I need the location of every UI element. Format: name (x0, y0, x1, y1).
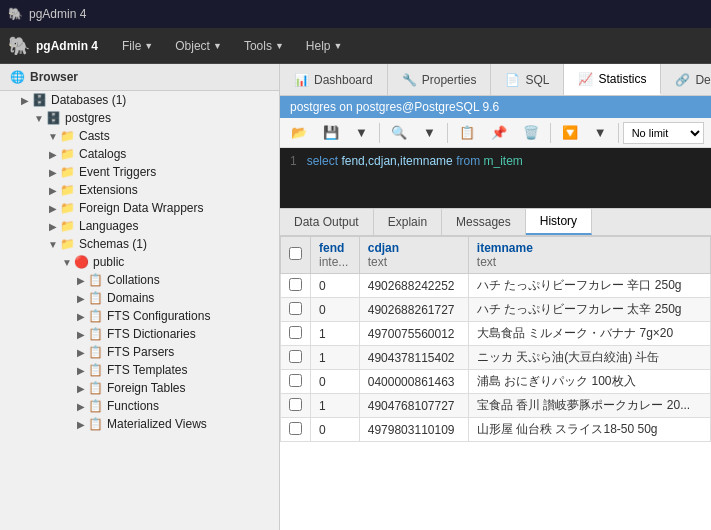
sep2 (447, 123, 448, 143)
tree-item[interactable]: ▶ 📁 Event Triggers (0, 163, 279, 181)
tree-item-label: Collations (107, 273, 160, 287)
tree-item-icon: 📁 (60, 201, 75, 215)
top-tab-statistics[interactable]: 📈 Statistics (564, 64, 661, 95)
table-row: 0 4979803110109 山形屋 仙台秩 スライス18-50 50g (281, 418, 711, 442)
row-checkbox[interactable] (289, 326, 302, 339)
row-checkbox[interactable] (289, 302, 302, 315)
row-checkbox-cell[interactable] (281, 322, 311, 346)
tree-item[interactable]: ▶ 📋 Collations (0, 271, 279, 289)
row-checkbox-cell[interactable] (281, 418, 311, 442)
tree-item[interactable]: ▶ 📁 Foreign Data Wrappers (0, 199, 279, 217)
row-checkbox-cell[interactable] (281, 394, 311, 418)
app-title: pgAdmin 4 (29, 7, 86, 21)
sql-code: select fend,cdjan,itemname from m_item (307, 154, 523, 168)
cell-cdjan: 4970075560012 (359, 322, 468, 346)
save-btn[interactable]: 💾 (316, 121, 346, 144)
row-checkbox-cell[interactable] (281, 346, 311, 370)
tree-item[interactable]: ▶ 📋 Foreign Tables (0, 379, 279, 397)
bottom-tab-messages[interactable]: Messages (442, 209, 526, 235)
tree-item[interactable]: ▼ 📁 Schemas (1) (0, 235, 279, 253)
sql-area[interactable]: 1 select fend,cdjan,itemname from m_item (280, 148, 711, 208)
tree-item[interactable]: ▶ 📁 Extensions (0, 181, 279, 199)
tab-icon: 📊 (294, 73, 309, 87)
top-tab-dashboard[interactable]: 📊 Dashboard (280, 64, 388, 95)
tab-icon: 📄 (505, 73, 520, 87)
tree-item-icon: 📋 (88, 273, 103, 287)
bottom-tab-history[interactable]: History (526, 209, 592, 235)
tree-item[interactable]: ▼ 🔴 public (0, 253, 279, 271)
paste-btn[interactable]: 📌 (484, 121, 514, 144)
table-row: 1 4970075560012 大島食品 ミルメーク・バナナ 7g×20 (281, 322, 711, 346)
tree-expander: ▶ (46, 221, 60, 232)
bottom-tab-data-output[interactable]: Data Output (280, 209, 374, 235)
tree-item-label: postgres (65, 111, 111, 125)
tree-item-icon: 📁 (60, 183, 75, 197)
tree-item[interactable]: ▶ 📋 Domains (0, 289, 279, 307)
top-tab-sql[interactable]: 📄 SQL (491, 64, 564, 95)
tab-label: Explain (388, 215, 427, 229)
delete-btn[interactable]: 🗑️ (516, 121, 546, 144)
tree-expander: ▼ (32, 113, 46, 124)
save-dropdown-btn[interactable]: ▼ (348, 121, 375, 144)
row-checkbox[interactable] (289, 350, 302, 363)
tree-item[interactable]: ▶ 📋 Materialized Views (0, 415, 279, 433)
tree-item[interactable]: ▶ 📋 FTS Parsers (0, 343, 279, 361)
menu-help[interactable]: Help ▼ (296, 35, 353, 57)
tree-item[interactable]: ▶ 📁 Languages (0, 217, 279, 235)
row-checkbox-cell[interactable] (281, 274, 311, 298)
row-checkbox[interactable] (289, 374, 302, 387)
tree-item[interactable]: ▶ 📋 FTS Configurations (0, 307, 279, 325)
menu-tools[interactable]: Tools ▼ (234, 35, 294, 57)
filter-btn[interactable]: 🔽 (555, 121, 585, 144)
menu-tools-arrow: ▼ (275, 41, 284, 51)
menu-object[interactable]: Object ▼ (165, 35, 232, 57)
limit-select[interactable]: No limit 100 rows 500 rows 1000 rows (623, 122, 704, 144)
menu-file[interactable]: File ▼ (112, 35, 163, 57)
browser-label: Browser (30, 70, 78, 84)
open-file-btn[interactable]: 📂 (284, 121, 314, 144)
main-area: 🌐 Browser ▶ 🗄️ Databases (1) ▼ 🗄️ postgr… (0, 64, 711, 530)
tree-item-label: Schemas (1) (79, 237, 147, 251)
tree-item-label: Casts (79, 129, 110, 143)
tree-item[interactable]: ▶ 📋 FTS Dictionaries (0, 325, 279, 343)
tree-item[interactable]: ▶ 📁 Catalogs (0, 145, 279, 163)
tree-item[interactable]: ▶ 🗄️ Databases (1) (0, 91, 279, 109)
table-row: 0 4902688242252 ハチ たっぷりビーフカレー 辛口 250g (281, 274, 711, 298)
top-tabs: 📊 Dashboard 🔧 Properties 📄 SQL 📈 Statist… (280, 64, 711, 96)
bottom-tab-explain[interactable]: Explain (374, 209, 442, 235)
menu-file-arrow: ▼ (144, 41, 153, 51)
row-checkbox[interactable] (289, 398, 302, 411)
row-checkbox-cell[interactable] (281, 370, 311, 394)
query-header-text: postgres on postgres@PostgreSQL 9.6 (290, 100, 499, 114)
row-checkbox[interactable] (289, 278, 302, 291)
table-body: 0 4902688242252 ハチ たっぷりビーフカレー 辛口 250g 0 … (281, 274, 711, 442)
filter-dropdown-btn[interactable]: ▼ (587, 121, 614, 144)
tree-expander: ▶ (74, 329, 88, 340)
title-bar: 🐘 pgAdmin 4 (0, 0, 711, 28)
top-tab-properties[interactable]: 🔧 Properties (388, 64, 492, 95)
table-header-row: fend inte... cdjan text itemname text (281, 237, 711, 274)
top-tab-dependen[interactable]: 🔗 Dependen (661, 64, 711, 95)
table-row: 1 4904378115402 ニッカ 天ぷら油(大豆白絞油) 斗缶 (281, 346, 711, 370)
row-checkbox[interactable] (289, 422, 302, 435)
select-all-checkbox[interactable] (289, 247, 302, 260)
tree-expander: ▶ (74, 311, 88, 322)
results-table: fend inte... cdjan text itemname text (280, 236, 711, 442)
tree-item[interactable]: ▼ 🗄️ postgres (0, 109, 279, 127)
tab-label: SQL (525, 73, 549, 87)
tree-item-label: Catalogs (79, 147, 126, 161)
tree-item-label: Domains (107, 291, 154, 305)
copy-btn[interactable]: 📋 (452, 121, 482, 144)
data-grid[interactable]: fend inte... cdjan text itemname text (280, 236, 711, 530)
tree-item[interactable]: ▶ 📋 FTS Templates (0, 361, 279, 379)
tree-item-icon: 📋 (88, 417, 103, 431)
search-dropdown-btn[interactable]: ▼ (416, 121, 443, 144)
search-btn[interactable]: 🔍 (384, 121, 414, 144)
row-checkbox-cell[interactable] (281, 298, 311, 322)
cell-cdjan: 4904768107727 (359, 394, 468, 418)
tree-expander: ▶ (74, 275, 88, 286)
tree-expander: ▶ (46, 167, 60, 178)
tree-item[interactable]: ▶ 📋 Functions (0, 397, 279, 415)
tree-item[interactable]: ▼ 📁 Casts (0, 127, 279, 145)
browser-icon: 🌐 (10, 70, 25, 84)
